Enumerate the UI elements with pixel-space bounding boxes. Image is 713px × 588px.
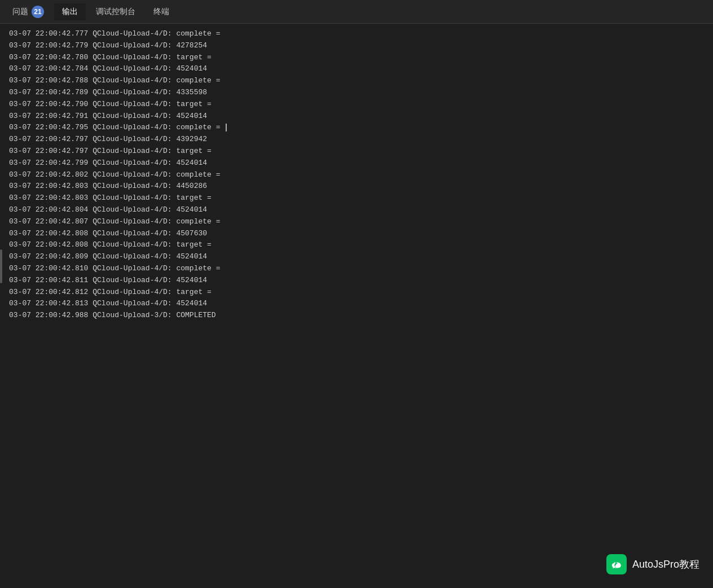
log-line: 03-07 22:00:42.791 QCloud-Upload-4/D: 45… <box>9 111 704 122</box>
log-line: 03-07 22:00:42.808 QCloud-Upload-4/D: 45… <box>9 228 704 240</box>
log-line: 03-07 22:00:42.777 QCloud-Upload-4/D: co… <box>9 28 704 40</box>
wechat-icon <box>606 554 627 574</box>
log-line: 03-07 22:00:42.780 QCloud-Upload-4/D: ta… <box>9 52 704 64</box>
tab-output[interactable]: 输出 <box>54 3 86 20</box>
log-line: 03-07 22:00:42.784 QCloud-Upload-4/D: 45… <box>9 63 704 75</box>
log-line: 03-07 22:00:42.795 QCloud-Upload-4/D: co… <box>9 122 704 134</box>
log-line: 03-07 22:00:42.804 QCloud-Upload-4/D: 45… <box>9 204 704 216</box>
tab-debug-label: 调试控制台 <box>96 7 135 17</box>
scrollbar[interactable] <box>0 249 2 283</box>
tab-output-label: 输出 <box>62 7 78 17</box>
log-container: 03-07 22:00:42.777 QCloud-Upload-4/D: co… <box>0 28 713 322</box>
log-line: 03-07 22:00:42.797 QCloud-Upload-4/D: 43… <box>9 134 704 146</box>
log-line: 03-07 22:00:42.799 QCloud-Upload-4/D: 45… <box>9 157 704 169</box>
tab-problems-label: 问题 <box>12 7 28 17</box>
log-line: 03-07 22:00:42.988 QCloud-Upload-3/D: CO… <box>9 310 704 322</box>
tab-problems-badge: 21 <box>32 6 44 18</box>
tab-debug-console[interactable]: 调试控制台 <box>88 3 143 20</box>
log-line: 03-07 22:00:42.802 QCloud-Upload-4/D: co… <box>9 169 704 181</box>
log-line: 03-07 22:00:42.810 QCloud-Upload-4/D: co… <box>9 263 704 275</box>
log-line: 03-07 22:00:42.809 QCloud-Upload-4/D: 45… <box>9 251 704 263</box>
log-line: 03-07 22:00:42.803 QCloud-Upload-4/D: ta… <box>9 192 704 204</box>
log-line: 03-07 22:00:42.779 QCloud-Upload-4/D: 42… <box>9 40 704 52</box>
log-line: 03-07 22:00:42.808 QCloud-Upload-4/D: ta… <box>9 239 704 251</box>
log-line: 03-07 22:00:42.803 QCloud-Upload-4/D: 44… <box>9 181 704 192</box>
watermark-text: AutoJsPro教程 <box>632 558 699 571</box>
output-panel: 03-07 22:00:42.777 QCloud-Upload-4/D: co… <box>0 24 713 588</box>
tab-problems[interactable]: 问题 21 <box>5 2 52 21</box>
log-line: 03-07 22:00:42.788 QCloud-Upload-4/D: co… <box>9 75 704 87</box>
tab-bar: 问题 21 输出 调试控制台 终端 <box>0 0 713 24</box>
log-line: 03-07 22:00:42.812 QCloud-Upload-4/D: ta… <box>9 287 704 299</box>
log-line: 03-07 22:00:42.797 QCloud-Upload-4/D: ta… <box>9 146 704 157</box>
log-line: 03-07 22:00:42.807 QCloud-Upload-4/D: co… <box>9 216 704 228</box>
log-line: 03-07 22:00:42.813 QCloud-Upload-4/D: 45… <box>9 298 704 310</box>
tab-terminal[interactable]: 终端 <box>146 3 177 20</box>
watermark: AutoJsPro教程 <box>606 554 699 574</box>
tab-terminal-label: 终端 <box>153 7 169 17</box>
log-line: 03-07 22:00:42.811 QCloud-Upload-4/D: 45… <box>9 275 704 287</box>
log-line: 03-07 22:00:42.789 QCloud-Upload-4/D: 43… <box>9 87 704 99</box>
log-line: 03-07 22:00:42.790 QCloud-Upload-4/D: ta… <box>9 99 704 111</box>
text-cursor <box>226 124 227 131</box>
